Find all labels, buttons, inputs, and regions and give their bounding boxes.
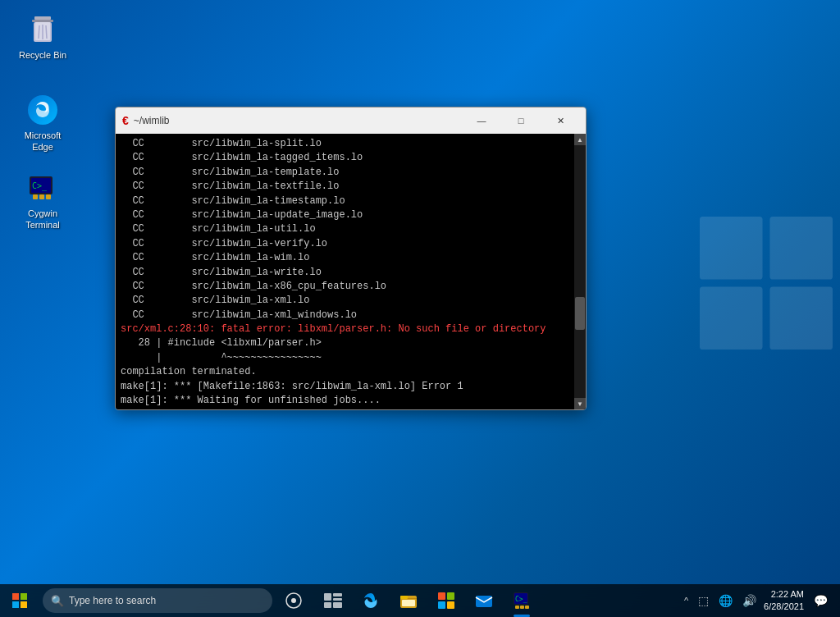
term-line: CC src/libwim_la-timestamp.lo bbox=[121, 194, 569, 208]
taskbar-search[interactable]: 🔍 Type here to search bbox=[43, 588, 272, 613]
edge-desktop-label: Microsoft Edge bbox=[13, 130, 72, 153]
svg-rect-3 bbox=[770, 287, 833, 350]
svg-rect-0 bbox=[700, 217, 763, 280]
svg-rect-27 bbox=[333, 602, 342, 608]
scroll-track[interactable] bbox=[574, 145, 586, 398]
svg-rect-34 bbox=[447, 601, 454, 609]
term-line: CC src/libwim_la-util.lo bbox=[121, 222, 569, 236]
svg-rect-32 bbox=[447, 592, 454, 600]
window-controls: — □ ✕ bbox=[463, 109, 579, 132]
terminal-title-text: ~/wimlib bbox=[134, 115, 463, 126]
start-button[interactable] bbox=[0, 584, 39, 617]
term-line: CC src/libwim_la-template.lo bbox=[121, 166, 569, 180]
taskbar-mail[interactable] bbox=[466, 584, 502, 617]
taskbar-apps: C>_ bbox=[315, 584, 540, 617]
term-line: CC src/libwim_la-xml_windows.lo bbox=[121, 308, 569, 322]
terminal-content[interactable]: CC src/libwim_la-split.lo CC src/libwim_… bbox=[116, 134, 574, 409]
search-icon: 🔍 bbox=[51, 595, 64, 607]
svg-rect-30 bbox=[402, 600, 415, 606]
term-line: CC src/libwim_la-textfile.lo bbox=[121, 180, 569, 194]
taskbar: 🔍 Type here to search bbox=[0, 584, 840, 617]
edge-image bbox=[26, 94, 59, 126]
terminal-title-icon: € bbox=[122, 114, 129, 127]
svg-rect-31 bbox=[438, 592, 445, 600]
terminal-body: CC src/libwim_la-split.lo CC src/libwim_… bbox=[116, 134, 586, 409]
term-error-line: src/xml.c:28:10: fatal error: libxml/par… bbox=[121, 322, 569, 336]
scroll-thumb[interactable] bbox=[575, 297, 585, 330]
svg-rect-40 bbox=[520, 606, 524, 609]
taskbar-tray: ^ ⬚ 🌐 🔊 2:22 AM 6/28/2021 💬 bbox=[682, 584, 840, 617]
svg-rect-2 bbox=[700, 287, 763, 350]
svg-rect-35 bbox=[476, 596, 492, 607]
term-line: CC src/libwim_la-split.lo bbox=[121, 137, 569, 151]
svg-rect-25 bbox=[333, 598, 342, 601]
svg-line-10 bbox=[46, 25, 47, 39]
svg-rect-39 bbox=[515, 606, 519, 609]
term-line: compilation terminated. bbox=[121, 365, 569, 379]
tray-chevron[interactable]: ^ bbox=[682, 594, 691, 607]
svg-rect-14 bbox=[33, 194, 38, 199]
terminal-window: € ~/wimlib — □ ✕ CC src/libwim_la-split.… bbox=[115, 107, 587, 410]
edge-desktop-icon[interactable]: Microsoft Edge bbox=[10, 90, 75, 157]
tray-volume-icon[interactable]: 🔊 bbox=[740, 592, 759, 609]
cygwin-image: C>_ bbox=[26, 171, 59, 204]
recycle-bin-image bbox=[26, 13, 59, 46]
taskbar-file-explorer[interactable] bbox=[390, 584, 427, 617]
svg-rect-18 bbox=[21, 593, 27, 600]
close-button[interactable]: ✕ bbox=[541, 109, 579, 132]
svg-rect-16 bbox=[46, 194, 51, 199]
clock-date: 6/28/2021 bbox=[764, 601, 804, 613]
svg-rect-1 bbox=[770, 217, 833, 280]
svg-rect-29 bbox=[400, 596, 408, 599]
notification-button[interactable]: 💬 bbox=[809, 584, 832, 617]
term-line: make[1]: *** Waiting for unfinished jobs… bbox=[121, 394, 569, 408]
svg-text:C>_: C>_ bbox=[32, 181, 48, 191]
svg-rect-26 bbox=[324, 602, 331, 608]
taskbar-ms-store[interactable] bbox=[428, 584, 464, 617]
cygwin-desktop-label: Cygwin Terminal bbox=[13, 208, 72, 231]
svg-rect-24 bbox=[333, 593, 342, 596]
maximize-button[interactable]: □ bbox=[502, 109, 540, 132]
terminal-titlebar: € ~/wimlib — □ ✕ bbox=[116, 107, 586, 134]
taskbar-cygwin[interactable]: C>_ bbox=[504, 584, 540, 617]
svg-point-22 bbox=[291, 598, 296, 603]
term-line: 28 | #include <libxml/parser.h> bbox=[121, 336, 569, 350]
scroll-up-arrow[interactable]: ▲ bbox=[574, 134, 586, 145]
search-placeholder-text: Type here to search bbox=[69, 595, 156, 606]
scroll-down-arrow[interactable]: ▼ bbox=[574, 398, 586, 409]
term-line: CC src/libwim_la-wim.lo bbox=[121, 251, 569, 265]
svg-rect-5 bbox=[32, 20, 53, 22]
term-line: CC src/libwim_la-verify.lo bbox=[121, 237, 569, 251]
svg-rect-15 bbox=[39, 194, 44, 199]
minimize-button[interactable]: — bbox=[463, 109, 500, 132]
svg-text:C>_: C>_ bbox=[515, 596, 527, 603]
svg-rect-33 bbox=[438, 601, 445, 609]
tray-network-icon[interactable]: 🌐 bbox=[716, 592, 735, 609]
term-line: CC src/libwim_la-x86_cpu_features.lo bbox=[121, 280, 569, 294]
svg-rect-19 bbox=[12, 601, 19, 608]
term-line: CC src/libwim_la-tagged_items.lo bbox=[121, 151, 569, 165]
svg-rect-20 bbox=[21, 601, 27, 608]
system-clock[interactable]: 2:22 AM 6/28/2021 bbox=[764, 588, 804, 614]
terminal-scrollbar[interactable]: ▲ ▼ bbox=[574, 134, 586, 409]
svg-rect-23 bbox=[324, 593, 331, 601]
term-line: make[1]: Leaving directory '/home/c/wiml… bbox=[121, 408, 569, 409]
svg-rect-4 bbox=[34, 16, 51, 20]
tray-tablet-icon[interactable]: ⬚ bbox=[696, 592, 711, 609]
term-line: CC src/libwim_la-xml.lo bbox=[121, 294, 569, 308]
cygwin-desktop-icon[interactable]: C>_ Cygwin Terminal bbox=[10, 168, 75, 235]
svg-rect-41 bbox=[525, 606, 529, 609]
recycle-bin-icon[interactable]: Recycle Bin bbox=[10, 10, 75, 64]
clock-time: 2:22 AM bbox=[764, 588, 804, 601]
svg-rect-17 bbox=[12, 593, 19, 600]
svg-line-8 bbox=[39, 25, 39, 39]
recycle-bin-label: Recycle Bin bbox=[19, 49, 66, 61]
win-glass-decoration bbox=[692, 205, 840, 435]
taskbar-edge-app[interactable] bbox=[353, 584, 389, 617]
term-line: CC src/libwim_la-update_image.lo bbox=[121, 208, 569, 222]
taskbar-task-view[interactable] bbox=[315, 584, 351, 617]
task-view-button[interactable] bbox=[276, 584, 312, 617]
term-line: CC src/libwim_la-write.lo bbox=[121, 266, 569, 280]
term-line: make[1]: *** [Makefile:1863: src/libwim_… bbox=[121, 380, 569, 394]
term-line: | ^~~~~~~~~~~~~~~~~ bbox=[121, 351, 569, 365]
